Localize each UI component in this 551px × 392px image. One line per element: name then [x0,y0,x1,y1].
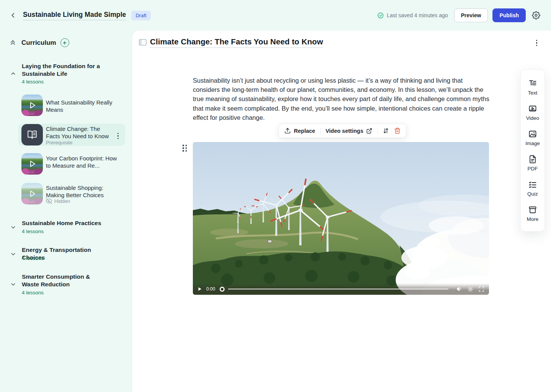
volume-icon [456,286,463,292]
section-title[interactable]: Smarter Consumption & Waste Reduction [22,273,102,288]
chevron-down-icon [10,224,16,230]
insert-item-label: Image [525,140,540,146]
insert-block-panel: Text Video Image PDF Quiz [520,69,545,232]
reading-lesson-tile [21,124,43,145]
eye-off-icon [46,198,52,204]
lesson-video-thumbnail-hidden[interactable] [21,183,43,204]
add-section-button[interactable] [60,38,69,47]
replace-button[interactable]: Replace [284,127,315,134]
text-icon [528,79,537,88]
book-open-icon [27,130,37,140]
section-lessons-count: 4 lessons [22,79,44,85]
insert-item-label: PDF [528,166,538,172]
gear-icon [468,286,473,292]
insert-item-label: Video [526,115,539,121]
hidden-label: Hidden [54,198,70,204]
fullscreen-icon [478,286,484,292]
play-icon [21,95,43,116]
check-circle-icon [377,12,384,19]
lesson-video-thumbnail[interactable] [21,95,43,116]
plus-icon [62,41,67,45]
insert-quiz-button[interactable]: Quiz [521,176,544,201]
lesson-menu-button[interactable] [116,131,120,140]
section-lessons-count: 4 lessons [22,229,44,234]
play-icon [197,287,202,291]
video-play-button[interactable] [197,286,203,292]
chevron-up-icon [10,70,16,77]
lesson-item-title[interactable]: What Sustainability Really Means [46,99,117,113]
curriculum-title: Curriculum [21,39,56,47]
section-2-expand-button[interactable] [9,223,17,231]
lesson-item-title[interactable]: Your Carbon Footprint: How to Measure an… [46,155,117,169]
trash-icon [394,127,401,134]
chevron-left-icon [10,12,17,19]
video-quality-button[interactable] [467,286,474,293]
video-settings-button[interactable]: Video settings [326,128,373,134]
curriculum-sidebar: Curriculum Laying the Foundation for a S… [0,31,132,392]
draft-status-badge: Draft [131,11,150,20]
more-icon [528,205,537,214]
section-lessons-count: 4 lessons [22,290,44,296]
lesson-item-title: Climate Change: The Facts You Need to Kn… [46,125,113,140]
preview-button[interactable]: Preview [454,8,488,22]
chevron-down-icon [10,281,16,287]
collapse-all-button[interactable] [9,39,16,46]
video-fullscreen-button[interactable] [478,285,485,293]
lesson-paragraph[interactable]: Sustainability isn’t just about recyclin… [193,76,491,122]
insert-pdf-button[interactable]: PDF [521,150,544,176]
insert-item-label: More [527,216,539,222]
video-controls-bar: 0:00 [193,283,489,295]
lesson-prerequisite-note: Prerequisite [46,140,72,145]
pdf-icon [528,155,537,164]
settings-button[interactable] [530,10,542,21]
video-scrubber-handle[interactable] [220,287,225,292]
quiz-icon [528,180,537,189]
play-icon [21,153,43,175]
block-drag-handle[interactable] [182,144,188,152]
section-lessons-count: 4 lessons [22,255,44,261]
sort-arrows-icon [383,127,389,134]
video-player[interactable]: 0:00 [193,142,489,295]
video-current-time: 0:00 [206,286,216,292]
lesson-video-thumbnail[interactable] [21,153,43,175]
video-still-wind-turbines [193,142,489,295]
course-title[interactable]: Sustainable Living Made Simple [23,11,126,20]
video-icon [528,104,537,113]
lesson-hidden-note: Hidden [46,198,70,204]
video-progress-track[interactable] [228,289,448,290]
lesson-title[interactable]: Climate Change: The Facts You Need to Kn… [150,37,323,48]
insert-more-button[interactable]: More [521,201,544,226]
lesson-item-selected[interactable]: Climate Change: The Facts You Need to Kn… [18,124,125,146]
replace-label: Replace [294,128,315,134]
video-block-toolbar: Replace Video settings [279,124,406,138]
toolbar-divider [377,127,378,135]
section-1-collapse-button[interactable] [9,70,17,78]
lesson-editor-panel: Climate Change: The Facts You Need to Kn… [132,31,551,392]
lesson-item-title[interactable]: Sustainable Shopping: Making Better Choi… [46,184,117,199]
back-button[interactable] [8,10,18,20]
insert-image-button[interactable]: Image [521,125,544,150]
toolbar-divider [320,127,321,135]
insert-video-button[interactable]: Video [521,100,544,125]
last-saved-status: Last saved 4 minutes ago [377,12,448,19]
external-link-icon [366,128,372,134]
upload-icon [284,127,291,134]
section-title[interactable]: Laying the Foundation for a Sustainable … [22,62,102,78]
video-volume-button[interactable] [456,285,463,293]
panel-toggle-button[interactable] [139,39,147,46]
reorder-button[interactable] [383,127,389,134]
lesson-menu-button[interactable] [535,38,539,47]
panel-toggle-icon [139,39,147,46]
section-title[interactable]: Sustainable Home Practices [22,219,114,227]
insert-item-label: Quiz [527,191,538,197]
section-3-expand-button[interactable] [9,250,17,258]
curriculum-header: Curriculum [9,38,69,47]
video-settings-label: Video settings [326,128,364,134]
insert-text-button[interactable]: Text [521,75,544,100]
play-icon [21,183,43,204]
publish-button[interactable]: Publish [492,8,526,22]
chevrons-up-icon [9,39,16,46]
insert-item-label: Text [528,90,538,96]
delete-block-button[interactable] [394,127,401,134]
section-4-expand-button[interactable] [9,280,17,288]
